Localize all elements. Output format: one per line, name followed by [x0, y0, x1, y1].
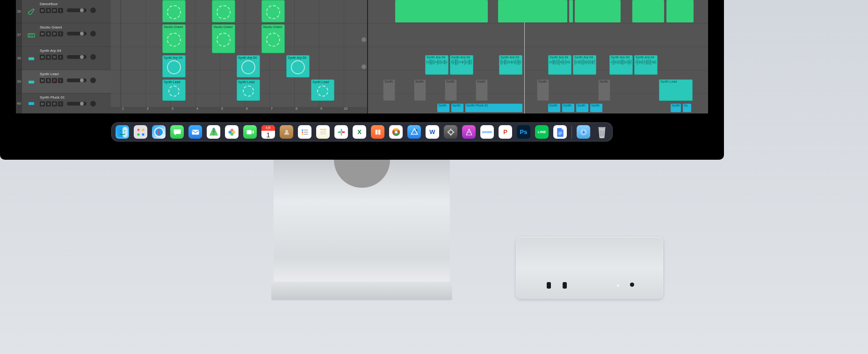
record-button[interactable]: R [52, 78, 57, 83]
dock-books-icon[interactable] [371, 125, 384, 139]
mute-button[interactable]: M [40, 8, 45, 13]
midi-region[interactable] [212, 0, 235, 22]
audio-region[interactable]: Synth Arp 04 [499, 55, 522, 75]
dock-chrome-icon[interactable] [389, 125, 403, 139]
audio-region[interactable]: Synth Arp 04 [634, 55, 658, 75]
input-button[interactable]: I [58, 101, 63, 106]
dock-line-icon[interactable]: LINE [535, 125, 549, 139]
input-button[interactable]: I [58, 8, 63, 13]
midi-region[interactable]: Synth Lead [162, 79, 186, 101]
solo-button[interactable]: S [46, 101, 51, 106]
solo-button[interactable]: S [46, 78, 51, 83]
dock-shortcuts-icon[interactable] [444, 125, 457, 139]
dock-contacts-icon[interactable] [280, 125, 293, 139]
dock-mail-icon[interactable] [188, 125, 202, 139]
midi-region[interactable]: Synth Lead [311, 79, 334, 101]
audio-region[interactable]: Synth [548, 104, 560, 112]
dock-messages-icon[interactable] [170, 125, 184, 139]
audio-region[interactable]: Synth [598, 79, 610, 101]
audio-region[interactable]: Synth [414, 79, 426, 101]
audio-region[interactable]: Synth [671, 104, 681, 112]
dock-downloads-icon[interactable] [577, 125, 590, 139]
audio-region[interactable]: Synth Arp 04 [609, 55, 633, 75]
dock-slack-icon[interactable] [334, 125, 348, 139]
record-button[interactable]: R [52, 8, 57, 13]
audio-region[interactable]: Synth [537, 79, 549, 101]
dock-powerpoint-icon[interactable]: P [499, 125, 512, 139]
track-header[interactable]: Synth Pluck 01 M S R I [22, 93, 111, 113]
dock-word-icon[interactable]: W [426, 125, 439, 139]
dock[interactable]: 4月1XWzoomPPsLINE [111, 122, 613, 142]
audio-region[interactable] [632, 0, 664, 22]
midi-region[interactable]: Studio Grand [212, 24, 235, 53]
input-button[interactable]: I [58, 55, 63, 60]
midi-region[interactable] [261, 0, 285, 22]
audio-region[interactable]: Synth [451, 104, 463, 112]
dock-zoom-icon[interactable]: zoom [480, 125, 494, 139]
pan-knob[interactable] [90, 54, 96, 60]
timeline-right-pane[interactable]: Synth Arp 04 Synth Arp 04 Synth Arp 04 S… [368, 0, 708, 113]
dock-google-docs-icon[interactable] [553, 125, 567, 139]
audio-region[interactable]: Synth Arp 04 [573, 55, 596, 75]
audio-region[interactable]: Synth [562, 104, 574, 112]
record-button[interactable]: R [52, 101, 57, 106]
midi-region[interactable]: Synth Arp 04 [237, 55, 260, 78]
audio-region[interactable]: Synth [576, 104, 588, 112]
audio-region[interactable] [395, 0, 488, 22]
volume-slider[interactable] [67, 102, 87, 106]
dock-safari-icon[interactable] [152, 125, 166, 139]
audio-region[interactable]: Synth Pluck 01 [465, 104, 522, 112]
midi-region[interactable]: Studio Grand [162, 24, 186, 53]
track-header[interactable]: Studio Grand M S R I [22, 23, 111, 47]
pan-knob[interactable] [90, 101, 96, 106]
dock-calendar-icon[interactable]: 4月1 [261, 125, 275, 139]
volume-slider[interactable] [67, 55, 87, 59]
mute-button[interactable]: M [40, 101, 45, 106]
dock-photos-icon[interactable] [225, 125, 239, 139]
solo-button[interactable]: S [46, 8, 51, 13]
timeline-left-pane[interactable]: Studio Grand Studio Grand Studio Grand S… [111, 0, 368, 113]
pan-knob[interactable] [90, 7, 96, 13]
pan-knob[interactable] [90, 31, 96, 36]
audio-region[interactable] [575, 0, 621, 22]
record-button[interactable]: R [52, 55, 57, 60]
dock-reminders-icon[interactable] [298, 125, 311, 139]
track-header[interactable]: Dancefloor M S R I [22, 0, 111, 23]
dock-facetime-icon[interactable] [243, 125, 257, 139]
audio-region[interactable]: Synth Arp 04 [425, 55, 448, 75]
track-header[interactable]: Synth Arp 04 M S R I [22, 47, 111, 70]
volume-slider[interactable] [67, 8, 87, 12]
dock-notes-icon[interactable] [316, 125, 330, 139]
dock-xcode-icon[interactable] [407, 125, 421, 139]
solo-button[interactable]: S [46, 31, 51, 36]
dock-affinity-icon[interactable] [462, 125, 476, 139]
midi-region[interactable]: Studio Grand [261, 24, 285, 53]
midi-region[interactable]: Synth Lead [237, 79, 260, 101]
record-button[interactable]: R [52, 31, 57, 36]
audio-region[interactable]: Synth [476, 79, 488, 101]
volume-slider[interactable] [67, 78, 87, 82]
solo-button[interactable]: S [46, 55, 51, 60]
midi-region[interactable]: Synth Arp 04 [286, 55, 310, 78]
track-header[interactable]: Synth Lead M S R I [22, 70, 111, 93]
midi-region[interactable] [162, 0, 186, 22]
mute-button[interactable]: M [40, 31, 45, 36]
volume-slider[interactable] [67, 32, 87, 35]
audio-region[interactable]: Sy [683, 104, 691, 112]
audio-region[interactable] [569, 0, 573, 22]
audio-region[interactable]: Synth [437, 104, 449, 112]
dock-trash-icon[interactable] [595, 125, 608, 139]
dock-maps-icon[interactable] [207, 125, 220, 139]
input-button[interactable]: I [58, 78, 63, 83]
ruler-left[interactable]: 1 2 3 4 5 6 7 8 9 10 [111, 107, 367, 113]
dock-launchpad-icon[interactable] [134, 125, 147, 139]
audio-region[interactable] [666, 0, 694, 22]
audio-region[interactable]: Synth Lead [659, 79, 693, 101]
timeline-arrange[interactable]: Studio Grand Studio Grand Studio Grand S… [111, 0, 708, 113]
pan-knob[interactable] [90, 78, 96, 83]
audio-region[interactable]: Synth Arp 04 [450, 55, 473, 75]
audio-region[interactable]: Synth [383, 79, 395, 101]
dock-excel-icon[interactable]: X [353, 125, 366, 139]
midi-region[interactable]: Synth Arp 04 [162, 55, 186, 78]
mute-button[interactable]: M [40, 78, 45, 83]
